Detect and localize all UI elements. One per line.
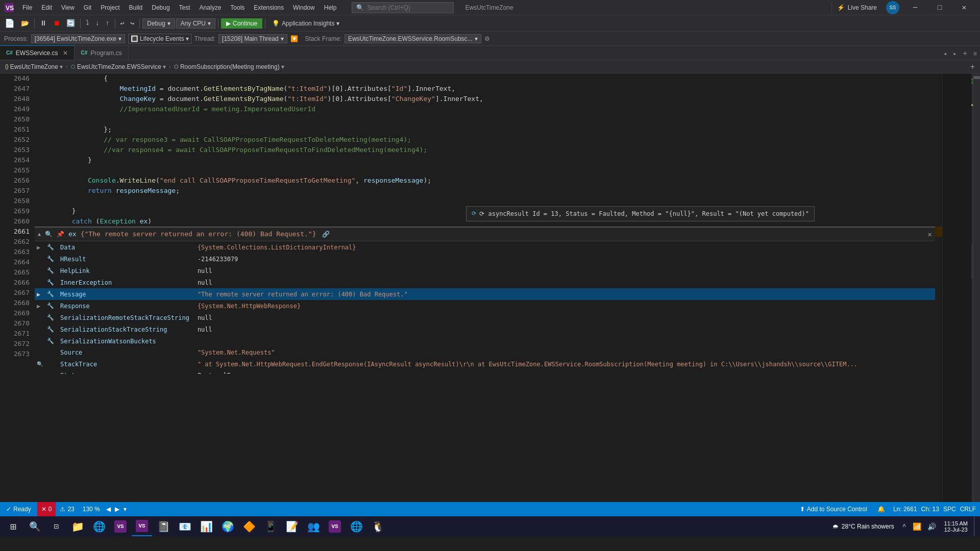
- table-row[interactable]: 🔧 HelpLink null: [35, 265, 935, 277]
- nav-back-btn[interactable]: ◀: [104, 502, 113, 516]
- taskbar-file-explorer[interactable]: 📁: [67, 517, 88, 536]
- cpu-dropdown[interactable]: Any CPU ▾: [176, 18, 215, 29]
- taskbar-adt[interactable]: 🔶: [239, 517, 259, 536]
- taskbar-excel[interactable]: 📊: [196, 517, 216, 536]
- menu-test[interactable]: Test: [175, 2, 194, 13]
- nav-fwd-btn[interactable]: ▶: [113, 502, 121, 516]
- new-tab-btn[interactable]: +: [960, 47, 970, 60]
- tab-scroll-left[interactable]: ◂: [940, 48, 950, 60]
- tab-ewsservice[interactable]: C# EWSService.cs ✕: [0, 45, 75, 60]
- class-nav[interactable]: ⬡ EwsUtcTimeZone.EWSService ▾: [69, 62, 168, 71]
- taskbar-vs-purple[interactable]: VS: [110, 517, 131, 536]
- menu-window[interactable]: Window: [289, 2, 319, 13]
- tab-ews-close[interactable]: ✕: [63, 49, 68, 57]
- pause-btn[interactable]: ⏸: [37, 18, 50, 29]
- taskbar-outlook[interactable]: 📧: [175, 517, 195, 536]
- close-panel-icon[interactable]: ✕: [928, 229, 932, 239]
- network-icon[interactable]: 📶: [911, 522, 923, 531]
- start-button[interactable]: ⊞: [3, 517, 23, 536]
- editor-scrollbar[interactable]: [973, 73, 980, 502]
- taskbar-task-view[interactable]: ⊡: [46, 517, 66, 536]
- taskbar-word[interactable]: 📝: [282, 517, 302, 536]
- table-row[interactable]: 🔧 HResult -2146233079: [35, 253, 935, 265]
- taskbar-teams[interactable]: 👥: [303, 517, 324, 536]
- taskbar-app10[interactable]: 🐧: [368, 517, 388, 536]
- table-row[interactable]: Status ProtocolError: [35, 370, 935, 374]
- table-row[interactable]: 🔧 SerializationRemoteStackTraceString nu…: [35, 312, 935, 323]
- live-share-button[interactable]: ⚡ Live Share: [831, 2, 882, 13]
- tab-scroll-right[interactable]: ▸: [950, 48, 960, 60]
- source-control-btn[interactable]: ⬆ Add to Source Control: [794, 502, 873, 516]
- debug-dropdown[interactable]: Debug ▾: [142, 18, 175, 29]
- step-out-btn[interactable]: ↑: [103, 18, 112, 29]
- table-row[interactable]: 🔧 SerializationWatsonBuckets: [35, 335, 935, 347]
- weather-widget[interactable]: 🌧 28°C Rain showers: [828, 523, 898, 530]
- tab-program[interactable]: C# Program.cs: [75, 46, 128, 60]
- add-pane-btn[interactable]: +: [968, 62, 977, 71]
- ready-status[interactable]: ✓ Ready: [0, 502, 37, 516]
- show-hidden-icons[interactable]: ^: [900, 523, 909, 531]
- restart-btn[interactable]: 🔄: [64, 17, 78, 29]
- taskbar-vs2[interactable]: VS: [325, 517, 345, 536]
- table-row[interactable]: Source "System.Net.Requests": [35, 347, 935, 358]
- menu-git[interactable]: Git: [80, 2, 95, 13]
- table-row[interactable]: 🔧 InnerException null: [35, 277, 935, 288]
- user-avatar[interactable]: SS: [886, 1, 899, 14]
- thread-dropdown[interactable]: [15208] Main Thread ▾: [218, 34, 287, 43]
- menu-file[interactable]: File: [18, 2, 36, 13]
- code-editor[interactable]: { MeetingId = document.GetElementsByTagN…: [35, 73, 942, 502]
- taskbar-onenote[interactable]: 📓: [153, 517, 174, 536]
- clock-widget[interactable]: 11:15 AM 12-Jul-23: [940, 520, 972, 533]
- continue-button[interactable]: ▶ Continue: [221, 18, 262, 29]
- taskbar-chrome[interactable]: 🌍: [217, 517, 238, 536]
- namespace-nav[interactable]: {} EwsUtcTimeZone ▾: [3, 62, 65, 71]
- menu-edit[interactable]: Edit: [37, 2, 56, 13]
- search-icon-panel[interactable]: 🔍: [45, 229, 53, 239]
- method-nav[interactable]: ⬡ RoomSubscription(Meeting meeting) ▾: [172, 62, 286, 71]
- process-dropdown[interactable]: [36564] EwsUtcTimeZone.exe ▾: [31, 34, 125, 43]
- filter-icon[interactable]: 🔽: [290, 35, 298, 42]
- solution-explorer-btn[interactable]: ≡: [970, 48, 980, 60]
- panel-up-arrow[interactable]: ▲: [38, 229, 41, 239]
- expand-icon[interactable]: 🔗: [322, 229, 330, 239]
- app-insights-btn[interactable]: 💡 Application Insights ▾: [268, 18, 344, 29]
- nav-menu-btn[interactable]: ▾: [121, 502, 129, 516]
- table-row[interactable]: ▶ 🔧 Message "The remote server returned …: [35, 288, 935, 300]
- menu-extensions[interactable]: Extensions: [250, 2, 288, 13]
- zoom-level[interactable]: 130 %: [79, 502, 104, 516]
- menu-analyze[interactable]: Analyze: [195, 2, 226, 13]
- menu-view[interactable]: View: [57, 2, 79, 13]
- table-row[interactable]: 🔍 StackTrace " at System.Net.HttpWebRequ…: [35, 358, 935, 370]
- taskbar-vs-active[interactable]: VS: [132, 517, 152, 536]
- open-btn[interactable]: 📂: [18, 18, 32, 29]
- minimize-button[interactable]: ─: [903, 0, 927, 15]
- step-into-btn[interactable]: ↓: [93, 18, 102, 29]
- table-row[interactable]: ▶ 🔧 Data {System.Collections.ListDiction…: [35, 241, 935, 253]
- menu-tools[interactable]: Tools: [226, 2, 249, 13]
- menu-project[interactable]: Project: [96, 2, 124, 13]
- step-over-btn[interactable]: ⤵: [83, 18, 92, 29]
- redo-btn[interactable]: ↪: [128, 18, 137, 29]
- menu-debug[interactable]: Debug: [148, 2, 174, 13]
- stop-btn[interactable]: ⏹: [51, 18, 63, 29]
- taskbar-app6[interactable]: 📱: [260, 517, 281, 536]
- undo-btn[interactable]: ↩: [118, 18, 127, 29]
- table-row[interactable]: 🔧 SerializationStackTraceString null: [35, 323, 935, 335]
- notifications-btn[interactable]: 🔔: [873, 502, 889, 516]
- error-badge[interactable]: ✕ 0: [37, 502, 56, 516]
- taskbar-search[interactable]: 🔍: [24, 517, 45, 536]
- menu-build[interactable]: Build: [125, 2, 147, 13]
- stack-dropdown[interactable]: EwsUtcTimeZone.EWSService.RoomSubsc... ▾: [345, 34, 481, 43]
- ln-col-indicator[interactable]: Ln: 2661 Ch: 13 SPC CRLF: [889, 502, 980, 516]
- table-row[interactable]: ▶ 🔧 Response {System.Net.HttpWebResponse…: [35, 300, 935, 312]
- search-box[interactable]: 🔍 Search (Ctrl+Q): [352, 2, 454, 13]
- lifecycle-events-btn[interactable]: 🔳 Lifecycle Events ▾: [128, 34, 191, 44]
- close-button[interactable]: ✕: [952, 0, 976, 15]
- taskbar-app9[interactable]: 🌐: [346, 517, 366, 536]
- maximize-button[interactable]: □: [928, 0, 951, 15]
- new-project-btn[interactable]: 📄: [2, 17, 17, 30]
- menu-help[interactable]: Help: [320, 2, 341, 13]
- show-desktop[interactable]: [974, 517, 977, 536]
- taskbar-edge[interactable]: 🌐: [89, 517, 109, 536]
- volume-icon[interactable]: 🔊: [925, 522, 938, 531]
